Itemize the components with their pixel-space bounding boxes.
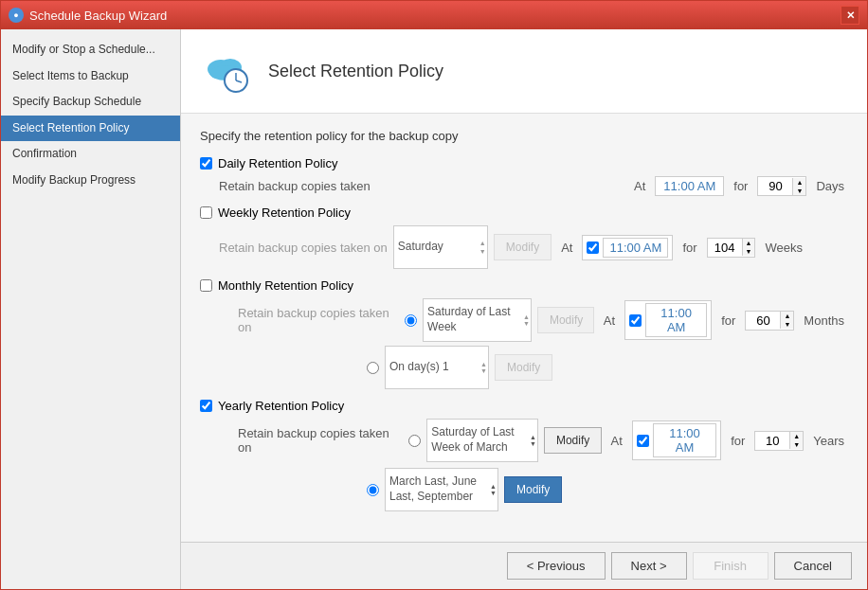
yearly-policy-section: Yearly Retention Policy Retain backup co… — [200, 399, 848, 511]
monthly-radio2[interactable] — [367, 362, 379, 374]
yearly-modify-button2[interactable]: Modify — [504, 476, 562, 503]
yearly-radio2[interactable] — [367, 484, 379, 496]
previous-button[interactable]: < Previous — [507, 552, 606, 580]
monthly-spin-down[interactable]: ▼ — [781, 320, 793, 329]
monthly-checkbox[interactable] — [200, 279, 212, 292]
daily-spinner: ▲ ▼ — [757, 176, 806, 196]
monthly-at-label: At — [600, 313, 619, 328]
sidebar-item-confirmation[interactable]: Confirmation — [1, 141, 180, 168]
content-area: Modify or Stop a Schedule... Select Item… — [1, 29, 867, 589]
daily-unit: Days — [812, 179, 848, 193]
daily-for-label: for — [730, 179, 751, 193]
weekly-modify-button[interactable]: Modify — [494, 234, 552, 260]
weekly-time-checkbox[interactable] — [587, 241, 599, 254]
window-title: Schedule Backup Wizard — [29, 9, 167, 23]
monthly-time: 11:00 AM — [645, 303, 707, 337]
daily-policy-section: Daily Retention Policy Retain backup cop… — [200, 156, 848, 196]
daily-row-label: Retain backup copies taken — [219, 179, 371, 193]
monthly-months-input[interactable] — [746, 312, 780, 330]
yearly-spin-down[interactable]: ▼ — [790, 440, 803, 449]
page-header: Select Retention Policy — [181, 29, 867, 114]
weekly-day-text: Saturday — [398, 240, 483, 255]
yearly-radio1[interactable] — [408, 435, 421, 447]
monthly-policy-header: Monthly Retention Policy — [200, 278, 848, 293]
yearly-indent: Retain backup copies taken on Saturday o… — [200, 419, 848, 511]
monthly-radio-row2: On day(s) 1 ▲ ▼ Modify — [219, 346, 848, 389]
yearly-radio-row2: March Last, June Last, September ▲ ▼ Mod… — [219, 468, 848, 511]
monthly-policy-section: Monthly Retention Policy Retain backup c… — [200, 278, 848, 389]
weekly-spin-up[interactable]: ▲ — [743, 239, 755, 247]
monthly-day-select2[interactable]: On day(s) 1 — [385, 346, 489, 389]
daily-time: 11:00 AM — [655, 176, 724, 196]
monthly-modify-button1[interactable]: Modify — [537, 307, 594, 333]
monthly-day-wrap2: On day(s) 1 ▲ ▼ — [385, 346, 489, 389]
yearly-day-text1: Saturday of Last Week of March — [431, 425, 533, 455]
weekly-row-label: Retain backup copies taken on — [219, 241, 388, 255]
weekly-time-wrap: 11:00 AM — [582, 235, 673, 260]
daily-spin-down[interactable]: ▼ — [793, 187, 805, 195]
cancel-button[interactable]: Cancel — [774, 552, 852, 580]
yearly-time: 11:00 AM — [653, 423, 716, 457]
monthly-spinner: ▲ ▼ — [745, 311, 794, 331]
weekly-spinner: ▲ ▼ — [707, 238, 756, 258]
weekly-at-label: At — [557, 241, 576, 255]
yearly-years-input[interactable] — [755, 432, 789, 450]
yearly-modify-button1[interactable]: Modify — [544, 427, 602, 454]
title-bar: ● Schedule Backup Wizard ✕ — [1, 1, 867, 29]
yearly-day-text2: March Last, June Last, September — [389, 474, 494, 504]
weekly-weeks-input[interactable] — [708, 239, 742, 257]
yearly-day-select1[interactable]: Saturday of Last Week of March — [426, 419, 538, 462]
daily-checkbox[interactable] — [200, 157, 212, 170]
weekly-day-select[interactable]: Saturday — [393, 225, 488, 269]
daily-policy-row: Retain backup copies taken At 11:00 AM f… — [200, 176, 848, 196]
daily-label: Daily Retention Policy — [218, 156, 337, 170]
yearly-spinner-btns: ▲ ▼ — [789, 432, 803, 449]
weekly-spin-down[interactable]: ▼ — [743, 247, 755, 256]
monthly-modify-button2[interactable]: Modify — [495, 354, 552, 381]
backup-icon — [200, 45, 253, 98]
weekly-unit: Weeks — [761, 241, 806, 255]
yearly-day-select2[interactable]: March Last, June Last, September — [385, 468, 498, 511]
weekly-checkbox[interactable] — [200, 206, 212, 219]
page-body: Specify the retention policy for the bac… — [181, 114, 867, 542]
daily-spin-up[interactable]: ▲ — [793, 178, 805, 187]
yearly-checkbox[interactable] — [200, 400, 212, 412]
yearly-policy-header: Yearly Retention Policy — [200, 399, 848, 413]
yearly-radio-row1: Retain backup copies taken on Saturday o… — [219, 419, 848, 462]
sidebar: Modify or Stop a Schedule... Select Item… — [1, 29, 181, 589]
weekly-policy-row: Retain backup copies taken on Saturday ▲… — [200, 225, 848, 269]
close-button[interactable]: ✕ — [841, 6, 859, 25]
monthly-day-text1: Saturday of Last Week — [427, 305, 527, 334]
finish-button[interactable]: Finish — [693, 552, 769, 580]
daily-days-input[interactable] — [758, 177, 792, 195]
sidebar-item-select-items[interactable]: Select Items to Backup — [1, 63, 180, 90]
yearly-at-label: At — [607, 434, 626, 448]
monthly-time-checkbox[interactable] — [629, 314, 642, 327]
sidebar-item-select-retention[interactable]: Select Retention Policy — [1, 116, 180, 142]
yearly-label: Yearly Retention Policy — [218, 399, 344, 413]
main-window: ● Schedule Backup Wizard ✕ Modify or Sto… — [0, 0, 868, 590]
daily-spinner-btns: ▲ ▼ — [792, 178, 805, 195]
yearly-day-wrap1: Saturday of Last Week of March ▲ ▼ — [426, 419, 538, 462]
sidebar-item-specify-schedule[interactable]: Specify Backup Schedule — [1, 89, 180, 116]
yearly-time-checkbox[interactable] — [637, 435, 649, 447]
yearly-day-wrap2: March Last, June Last, September ▲ ▼ — [385, 468, 498, 511]
monthly-spinner-btns: ▲ ▼ — [780, 312, 793, 329]
monthly-spin-up[interactable]: ▲ — [781, 312, 793, 320]
monthly-unit: Months — [800, 313, 848, 328]
yearly-for-label: for — [727, 434, 749, 448]
monthly-day-text2: On day(s) 1 — [389, 360, 484, 375]
next-button[interactable]: Next > — [611, 552, 687, 580]
monthly-radio-row1: Retain backup copies taken on Saturday o… — [219, 298, 848, 342]
weekly-for-label: for — [678, 241, 700, 255]
monthly-radio1[interactable] — [405, 314, 417, 327]
monthly-label: Monthly Retention Policy — [218, 278, 353, 293]
yearly-spin-up[interactable]: ▲ — [790, 432, 803, 440]
monthly-day-select1[interactable]: Saturday of Last Week — [423, 298, 532, 342]
monthly-row-label: Retain backup copies taken on — [238, 306, 399, 334]
daily-policy-header: Daily Retention Policy — [200, 156, 848, 170]
weekly-policy-header: Weekly Retention Policy — [200, 206, 848, 220]
sidebar-item-modify-stop[interactable]: Modify or Stop a Schedule... — [1, 37, 180, 63]
weekly-spinner-btns: ▲ ▼ — [742, 239, 755, 256]
sidebar-item-modify-progress[interactable]: Modify Backup Progress — [1, 168, 180, 194]
